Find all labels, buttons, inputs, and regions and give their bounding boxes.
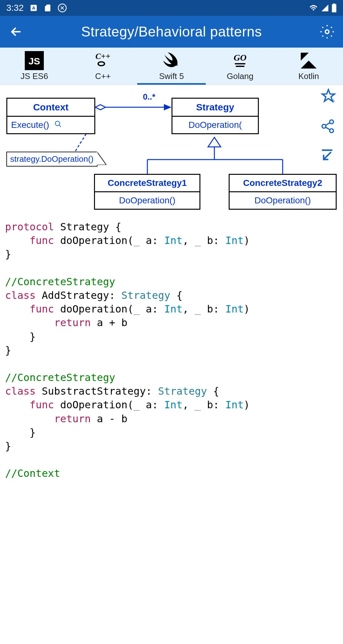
- page-title: Strategy/Behavioral patterns: [25, 24, 318, 40]
- code-view[interactable]: protocol Strategy { func doOperation(_ a…: [0, 215, 343, 486]
- no-sync-icon: [57, 3, 67, 13]
- tab-kotlin[interactable]: Kotlin: [274, 48, 343, 85]
- tab-label: Golang: [227, 71, 253, 81]
- uml-strategy-title: Strategy: [172, 99, 258, 117]
- status-time: 3:32: [6, 3, 24, 13]
- uml-strategy-box: Strategy DoOperation(: [172, 98, 259, 134]
- tab-label: Kotlin: [298, 71, 319, 81]
- settings-button[interactable]: [318, 24, 337, 39]
- svg-marker-12: [164, 104, 172, 110]
- js-icon: JS: [25, 51, 44, 70]
- uml-concrete2-title: ConcreteStrategy2: [230, 175, 336, 192]
- uml-context-title: Context: [7, 99, 94, 117]
- swift-icon: [162, 51, 181, 70]
- uml-diagram[interactable]: 0..* Context Execute() Strategy DoOperat…: [0, 85, 343, 215]
- kotlin-icon: [299, 51, 318, 70]
- svg-rect-3: [332, 4, 336, 12]
- svg-rect-4: [333, 3, 335, 5]
- uml-context-method: Execute(): [7, 117, 94, 133]
- svg-text:C++: C++: [96, 52, 111, 61]
- svg-line-20: [59, 125, 61, 127]
- status-bar: 3:32 A: [0, 0, 343, 16]
- tab-swift[interactable]: Swift 5: [137, 48, 206, 85]
- uml-concrete1-box: ConcreteStrategy1 DoOperation(): [94, 174, 200, 210]
- uml-context-box: Context Execute(): [6, 98, 95, 134]
- svg-line-28: [326, 127, 330, 130]
- keyboard-icon: A: [30, 4, 38, 12]
- tab-label: JS ES6: [21, 71, 48, 81]
- svg-point-19: [55, 121, 60, 126]
- share-button[interactable]: [320, 119, 337, 135]
- favorite-button[interactable]: +: [320, 88, 337, 106]
- uml-strategy-method: DoOperation(: [172, 117, 258, 133]
- language-tabs: JS JS ES6 C++ C++ Swift 5 GO Golang Kotl…: [0, 48, 343, 85]
- svg-text:+: +: [331, 97, 335, 105]
- wifi-icon: [309, 4, 318, 12]
- tab-label: C++: [95, 71, 111, 81]
- uml-concrete1-title: ConcreteStrategy1: [95, 175, 199, 192]
- svg-marker-14: [208, 137, 221, 147]
- app-bar: Strategy/Behavioral patterns: [0, 16, 343, 48]
- svg-line-27: [326, 123, 330, 125]
- tab-label: Swift 5: [159, 71, 184, 81]
- diagram-actions: +: [320, 88, 337, 163]
- uml-concrete2-box: ConcreteStrategy2 DoOperation(): [229, 174, 337, 210]
- svg-point-26: [330, 129, 333, 133]
- svg-point-24: [330, 120, 333, 124]
- signal-icon: [321, 4, 329, 12]
- svg-point-25: [322, 124, 326, 128]
- battery-icon: [332, 3, 337, 12]
- svg-marker-11: [95, 105, 105, 110]
- svg-text:GO: GO: [234, 53, 246, 62]
- svg-point-5: [325, 30, 329, 34]
- svg-text:A: A: [32, 5, 35, 10]
- tab-cpp[interactable]: C++ C++: [69, 48, 137, 85]
- collapse-button[interactable]: [320, 148, 337, 163]
- back-button[interactable]: [6, 25, 25, 39]
- tab-js-es6[interactable]: JS JS ES6: [0, 48, 69, 85]
- svg-marker-21: [97, 152, 106, 165]
- tab-golang[interactable]: GO Golang: [206, 48, 274, 85]
- multiplicity-label: 0..*: [143, 92, 155, 102]
- cpp-icon: C++: [93, 51, 112, 70]
- uml-concrete1-method: DoOperation(): [95, 192, 199, 209]
- magnify-icon: [54, 120, 62, 130]
- sd-card-icon: [44, 4, 52, 12]
- svg-text:JS: JS: [29, 56, 40, 66]
- uml-concrete2-method: DoOperation(): [230, 192, 336, 209]
- golang-icon: GO: [231, 51, 250, 70]
- svg-line-30: [324, 153, 331, 160]
- uml-note: strategy.DoOperation(): [6, 152, 98, 167]
